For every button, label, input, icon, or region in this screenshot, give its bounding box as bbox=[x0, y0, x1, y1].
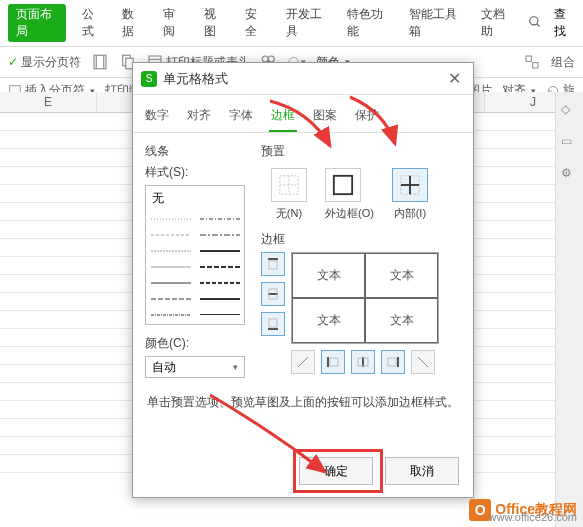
dialog-title: 单元格格式 bbox=[163, 70, 444, 88]
svg-rect-33 bbox=[334, 176, 352, 194]
cancel-button[interactable]: 取消 bbox=[385, 457, 459, 485]
dialog-tabs: 数字 对齐 字体 边框 图案 保护 bbox=[133, 95, 473, 133]
svg-point-0 bbox=[530, 16, 538, 24]
svg-rect-12 bbox=[526, 56, 531, 61]
color-value: 自动 bbox=[152, 359, 176, 376]
border-top-button[interactable] bbox=[261, 252, 285, 276]
chevron-down-icon: ▾ bbox=[233, 362, 238, 372]
col-header[interactable]: E bbox=[0, 92, 97, 112]
preset-none-label: 无(N) bbox=[276, 207, 302, 219]
preset-outline-label: 外边框(O) bbox=[325, 207, 374, 219]
svg-rect-45 bbox=[330, 358, 338, 366]
preset-inside[interactable] bbox=[392, 168, 428, 202]
border-diag-up-button[interactable] bbox=[291, 350, 315, 374]
combine-button[interactable]: 组合 bbox=[551, 54, 575, 71]
border-left-button[interactable] bbox=[321, 350, 345, 374]
side-panel: ◇ ▭ ⚙ bbox=[555, 92, 583, 527]
watermark: O Office教程网 www.office26.com bbox=[469, 499, 577, 521]
close-icon[interactable]: ✕ bbox=[444, 69, 465, 88]
preset-none[interactable] bbox=[271, 168, 307, 202]
tab-protect[interactable]: 保护 bbox=[353, 103, 381, 132]
svg-line-1 bbox=[537, 23, 540, 26]
side-settings-icon[interactable]: ⚙ bbox=[561, 166, 579, 184]
border-right-button[interactable] bbox=[381, 350, 405, 374]
svg-line-50 bbox=[418, 357, 428, 367]
svg-rect-38 bbox=[269, 261, 277, 269]
watermark-url: www.office26.com bbox=[489, 511, 577, 523]
style-label: 样式(S): bbox=[145, 164, 249, 181]
preset-inside-label: 内部(I) bbox=[394, 207, 426, 219]
preview-cell: 文本 bbox=[365, 298, 438, 343]
svg-rect-49 bbox=[388, 358, 396, 366]
tab-font[interactable]: 字体 bbox=[227, 103, 255, 132]
show-pagebreak-checkbox[interactable]: ✓ 显示分页符 bbox=[8, 54, 81, 71]
menu-page-layout[interactable]: 页面布局 bbox=[8, 4, 66, 42]
color-label: 颜色(C): bbox=[145, 335, 249, 352]
preset-outline[interactable] bbox=[325, 168, 361, 202]
margins-icon[interactable] bbox=[91, 53, 109, 71]
menu-security[interactable]: 安全 bbox=[241, 4, 270, 42]
menu-data[interactable]: 数据 bbox=[118, 4, 147, 42]
menu-formula[interactable]: 公式 bbox=[78, 4, 107, 42]
svg-line-43 bbox=[298, 357, 308, 367]
ok-button[interactable]: 确定 bbox=[299, 457, 373, 485]
color-select[interactable]: 自动 ▾ bbox=[145, 356, 245, 378]
menu-review[interactable]: 审阅 bbox=[159, 4, 188, 42]
search-icon[interactable] bbox=[528, 15, 542, 32]
hint-text: 单击预置选项、预览草图及上面的按钮可以添加边框样式。 bbox=[133, 394, 473, 411]
preview-cell: 文本 bbox=[292, 253, 365, 298]
cell-format-dialog: S 单元格格式 ✕ 数字 对齐 字体 边框 图案 保护 线条 样式(S): 无 bbox=[132, 62, 474, 498]
tab-pattern[interactable]: 图案 bbox=[311, 103, 339, 132]
dialog-app-icon: S bbox=[141, 71, 157, 87]
tab-align[interactable]: 对齐 bbox=[185, 103, 213, 132]
tab-border[interactable]: 边框 bbox=[269, 103, 297, 132]
side-select-icon[interactable]: ▭ bbox=[561, 134, 579, 152]
line-style-list[interactable]: 无 bbox=[145, 185, 245, 325]
menu-dochelp[interactable]: 文档助 bbox=[477, 4, 516, 42]
border-preview[interactable]: 文本 文本 文本 文本 bbox=[291, 252, 439, 344]
menu-smarttools[interactable]: 智能工具箱 bbox=[405, 4, 465, 42]
border-diag-down-button[interactable] bbox=[411, 350, 435, 374]
group-icon[interactable] bbox=[523, 53, 541, 71]
svg-rect-13 bbox=[533, 63, 538, 68]
tab-number[interactable]: 数字 bbox=[143, 103, 171, 132]
border-vmiddle-button[interactable] bbox=[351, 350, 375, 374]
preset-section-label: 预置 bbox=[261, 143, 461, 160]
search-text[interactable]: 查找 bbox=[554, 6, 575, 40]
border-section-label: 边框 bbox=[261, 231, 461, 248]
side-home-icon[interactable]: ◇ bbox=[561, 102, 579, 120]
dialog-titlebar: S 单元格格式 ✕ bbox=[133, 63, 473, 95]
menu-devtools[interactable]: 开发工具 bbox=[282, 4, 332, 42]
menu-view[interactable]: 视图 bbox=[200, 4, 229, 42]
preview-cell: 文本 bbox=[292, 298, 365, 343]
menu-features[interactable]: 特色功能 bbox=[343, 4, 393, 42]
svg-rect-42 bbox=[269, 319, 277, 327]
border-bottom-button[interactable] bbox=[261, 312, 285, 336]
border-hmiddle-button[interactable] bbox=[261, 282, 285, 306]
line-section-label: 线条 bbox=[145, 143, 249, 160]
menubar: 页面布局 公式 数据 审阅 视图 安全 开发工具 特色功能 智能工具箱 文档助 … bbox=[0, 0, 583, 47]
style-none[interactable]: 无 bbox=[146, 186, 244, 211]
preview-cell: 文本 bbox=[365, 253, 438, 298]
